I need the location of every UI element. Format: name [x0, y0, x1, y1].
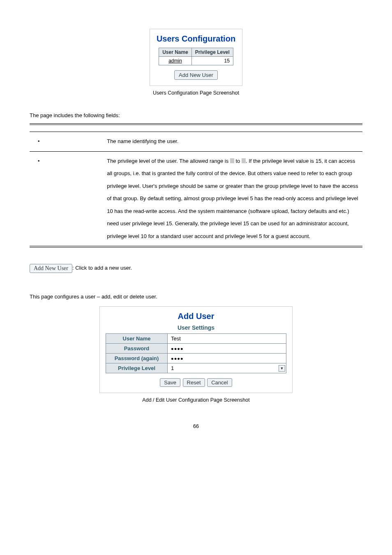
username-input[interactable]: Test	[168, 334, 286, 344]
password-input[interactable]: ●●●●	[168, 344, 286, 354]
figure-caption: Users Configuration Page Screenshot	[30, 90, 362, 96]
add-user-panel: Add User User Settings User Name Test Pa…	[99, 306, 293, 393]
add-new-user-button[interactable]: Add New User	[30, 264, 72, 273]
panel-subtitle: User Settings	[106, 324, 286, 331]
config-description: This page configures a user – add, edit …	[30, 294, 362, 300]
table-row: User Name Test	[106, 334, 286, 344]
desc-username: The name identifying the user.	[103, 132, 362, 152]
cell-privilege: 15	[191, 57, 233, 65]
text-fragment: . If the privilege level value is 15, it…	[107, 158, 358, 239]
table-row: Password ●●●●	[106, 344, 286, 354]
header-desc	[103, 124, 362, 132]
header-object	[30, 124, 103, 132]
table-row: Privilege Level 1 ▼	[106, 363, 286, 373]
bullet-icon	[38, 158, 44, 164]
figure-caption: Add / Edit User Configuration Page Scree…	[30, 397, 362, 403]
user-settings-table: User Name Test Password ●●●● Password (a…	[106, 333, 286, 373]
privilege-select[interactable]: 1 ▼	[168, 363, 286, 373]
password-value: ●●●●	[171, 346, 184, 351]
label-privilege: Privilege Level	[106, 363, 168, 373]
users-config-panel: Users Configuration User Name Privilege …	[150, 29, 242, 86]
table-row: admin 15	[159, 57, 233, 65]
save-button[interactable]: Save	[160, 378, 180, 387]
privilege-value: 1	[171, 365, 174, 371]
table-row: Password (again) ●●●●	[106, 354, 286, 363]
panel-title: Add User	[106, 312, 286, 321]
add-new-user-button[interactable]: Add New User	[174, 70, 218, 80]
text-fragment: to	[234, 158, 242, 164]
cancel-button[interactable]: Cancel	[207, 378, 232, 387]
col-privilege: Privilege Level	[191, 48, 233, 57]
password-again-value: ●●●●	[171, 356, 184, 361]
range-from-box	[230, 158, 234, 163]
add-new-user-desc: : Click to add a new user.	[72, 265, 132, 271]
col-username: User Name	[159, 48, 192, 57]
panel-title: Users Configuration	[157, 34, 235, 44]
range-to-box	[242, 158, 246, 163]
fields-intro: The page includes the following fields:	[30, 112, 362, 118]
page-number: 66	[30, 423, 362, 429]
chevron-down-icon[interactable]: ▼	[279, 365, 285, 372]
table-row: The name identifying the user.	[30, 132, 362, 152]
bullet-icon	[38, 138, 44, 144]
desc-privilege: The privilege level of the user. The all…	[103, 151, 362, 247]
table-row: The privilege level of the user. The all…	[30, 151, 362, 247]
add-new-user-row: Add New User: Click to add a new user.	[30, 264, 362, 273]
fields-table: The name identifying the user. The privi…	[30, 123, 362, 247]
reset-button[interactable]: Reset	[183, 378, 205, 387]
label-username: User Name	[106, 334, 168, 344]
label-password: Password	[106, 344, 168, 354]
button-row: Save Reset Cancel	[106, 378, 286, 387]
user-link-admin[interactable]: admin	[168, 58, 182, 64]
password-again-input[interactable]: ●●●●	[168, 354, 286, 363]
label-password-again: Password (again)	[106, 354, 168, 363]
users-table: User Name Privilege Level admin 15	[159, 48, 233, 65]
text-fragment: The privilege level of the user. The all…	[107, 158, 230, 164]
